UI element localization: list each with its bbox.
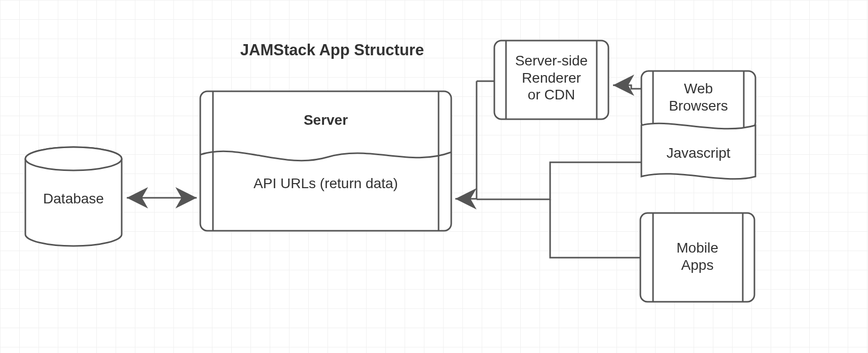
- svg-rect-8: [641, 71, 755, 129]
- renderer-node: [494, 41, 608, 119]
- svg-point-1: [25, 147, 122, 170]
- connector-js-server: [477, 162, 641, 199]
- web-browsers-node: [641, 71, 755, 129]
- svg-rect-11: [640, 213, 754, 302]
- svg-rect-2: [200, 91, 451, 231]
- diagram-svg: [0, 0, 868, 353]
- javascript-node: [641, 123, 755, 179]
- database-node: [25, 147, 122, 246]
- connector-web-renderer: [613, 85, 641, 89]
- connector-renderer-server: [455, 81, 477, 199]
- svg-rect-5: [494, 41, 608, 119]
- connector-mobile-server: [550, 199, 640, 258]
- server-node: [200, 91, 451, 231]
- mobile-apps-node: [640, 213, 754, 302]
